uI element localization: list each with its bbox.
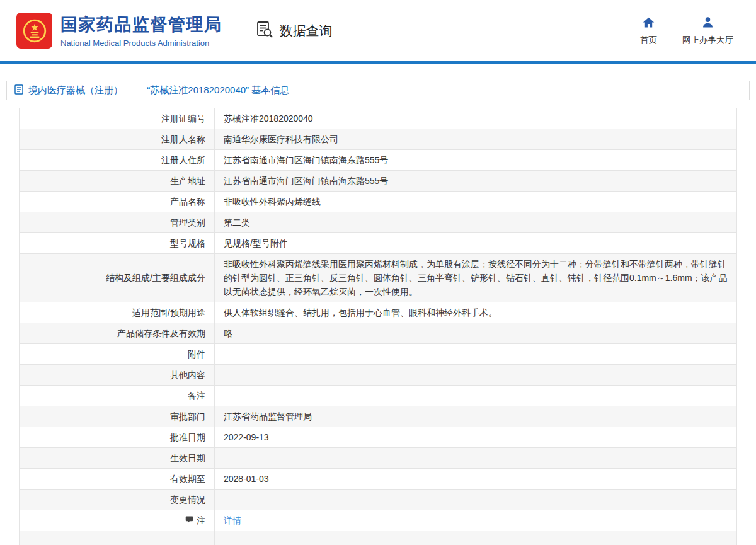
row-label: 型号规格 bbox=[170, 237, 205, 250]
row-label-cell: 适用范围/预期用途 bbox=[20, 302, 215, 323]
row-value: 江苏省南通市海门区海门镇南海东路555号 bbox=[224, 174, 388, 188]
row-label: 注册证编号 bbox=[161, 112, 205, 125]
row-label-cell: 批准日期 bbox=[20, 427, 215, 447]
brand-text: 国家药品监督管理局 National Medical Products Admi… bbox=[60, 13, 222, 48]
row-label-cell: 生效日期 bbox=[20, 448, 215, 468]
row-label-cell: 注 bbox=[20, 510, 215, 531]
row-value-cell: 苏械注准20182020040 bbox=[215, 108, 736, 129]
row-value-cell: 供人体软组织缝合、结扎用，包括用于心血管、眼科和神经外科手术。 bbox=[215, 302, 736, 323]
row-value-cell: 详情 bbox=[215, 510, 736, 531]
row-label-cell: 变更情况 bbox=[20, 490, 215, 510]
table-row: 产品名称 非吸收性外科聚丙烯缝线 bbox=[20, 192, 736, 212]
row-label-cell: 型号规格 bbox=[20, 233, 215, 253]
table-row bbox=[20, 531, 736, 545]
row-value-cell: 江苏省南通市海门区海门镇南海东路555号 bbox=[215, 171, 736, 191]
nav-home-label: 首页 bbox=[640, 35, 657, 46]
row-value-cell bbox=[215, 344, 736, 364]
brand[interactable]: 国家药品监督管理局 National Medical Products Admi… bbox=[16, 13, 222, 49]
main-content: 境内医疗器械（注册） —— “苏械注准20182020040” 基本信息 注册证… bbox=[0, 64, 756, 545]
row-value: 略 bbox=[224, 326, 232, 340]
row-label-cell: 审批部门 bbox=[20, 406, 215, 427]
table-row: 审批部门 江苏省药品监督管理局 bbox=[20, 406, 736, 427]
breadcrumb-text: 境内医疗器械（注册） —— “苏械注准20182020040” 基本信息 bbox=[28, 84, 289, 96]
top-nav: 首页 网上办事大厅 bbox=[640, 16, 740, 46]
row-label-cell: 附件 bbox=[20, 344, 215, 364]
row-label: 产品名称 bbox=[170, 195, 205, 209]
row-value-cell: 见规格/型号附件 bbox=[215, 233, 736, 253]
row-label: 注册人住所 bbox=[161, 154, 205, 167]
row-value-cell: 江苏省南通市海门区海门镇南海东路555号 bbox=[215, 150, 736, 170]
table-row: 生产地址 江苏省南通市海门区海门镇南海东路555号 bbox=[20, 171, 736, 192]
document-icon bbox=[14, 84, 23, 97]
row-label-cell: 产品储存条件及有效期 bbox=[20, 323, 215, 343]
table-row: 管理类别 第二类 bbox=[20, 212, 736, 233]
table-row: 型号规格 见规格/型号附件 bbox=[20, 233, 736, 254]
row-label-cell: 备注 bbox=[20, 386, 215, 406]
row-value: 第二类 bbox=[224, 215, 250, 229]
row-label-cell: 管理类别 bbox=[20, 212, 215, 232]
row-value-cell: 略 bbox=[215, 323, 736, 343]
row-value-cell bbox=[215, 365, 736, 385]
row-value: 江苏省药品监督管理局 bbox=[224, 410, 312, 423]
row-value-cell bbox=[215, 531, 736, 545]
table-row: 注册证编号 苏械注准20182020040 bbox=[20, 108, 736, 129]
table-row: 产品储存条件及有效期 略 bbox=[20, 323, 736, 344]
national-emblem-icon bbox=[16, 13, 52, 49]
row-value-cell: 南通华尔康医疗科技有限公司 bbox=[215, 129, 736, 149]
table-row: 注册人住所 江苏省南通市海门区海门镇南海东路555号 bbox=[20, 150, 736, 171]
org-name-cn: 国家药品监督管理局 bbox=[60, 13, 222, 36]
row-value-cell bbox=[215, 490, 736, 510]
org-name-en: National Medical Products Administration bbox=[60, 38, 222, 48]
row-label-cell: 其他内容 bbox=[20, 365, 215, 385]
table-row: 注 详情 bbox=[20, 510, 736, 531]
row-label: 生产地址 bbox=[170, 175, 205, 188]
row-label: 审批部门 bbox=[170, 410, 205, 423]
table-row: 结构及组成/主要组成成分 非吸收性外科聚丙烯缝线采用医用聚丙烯材料制成，为单股有… bbox=[20, 254, 736, 302]
row-value: 非吸收性外科聚丙烯缝线采用医用聚丙烯材料制成，为单股有涂层；按线径不同分为十二种… bbox=[224, 257, 728, 299]
row-value-cell bbox=[215, 448, 736, 468]
row-label: 注 bbox=[197, 514, 205, 527]
row-value: 供人体软组织缝合、结扎用，包括用于心血管、眼科和神经外科手术。 bbox=[224, 306, 497, 319]
detail-link[interactable]: 详情 bbox=[224, 513, 241, 527]
row-label: 注册人名称 bbox=[161, 133, 205, 146]
row-value-cell: 江苏省药品监督管理局 bbox=[215, 406, 736, 427]
table-row: 变更情况 bbox=[20, 490, 736, 510]
row-value-cell: 非吸收性外科聚丙烯缝线 bbox=[215, 192, 736, 212]
data-query-section: 数据查询 bbox=[255, 20, 333, 42]
row-label-cell bbox=[20, 531, 215, 545]
row-value: 非吸收性外科聚丙烯缝线 bbox=[224, 195, 321, 209]
row-label: 适用范围/预期用途 bbox=[132, 306, 205, 319]
row-label: 附件 bbox=[188, 348, 205, 361]
site-header: 国家药品监督管理局 National Medical Products Admi… bbox=[0, 0, 756, 61]
row-label: 变更情况 bbox=[170, 493, 205, 507]
table-row: 批准日期 2022-09-13 bbox=[20, 427, 736, 448]
nav-service-hall-label: 网上办事大厅 bbox=[682, 35, 733, 46]
row-label: 其他内容 bbox=[170, 369, 205, 382]
row-label-cell: 注册人名称 bbox=[20, 129, 215, 149]
row-label: 管理类别 bbox=[170, 216, 205, 229]
nav-home[interactable]: 首页 bbox=[640, 16, 657, 46]
data-query-icon bbox=[255, 20, 274, 42]
row-value-cell: 2022-09-13 bbox=[215, 427, 736, 447]
row-label-cell: 有效期至 bbox=[20, 469, 215, 489]
row-label: 结构及组成/主要组成成分 bbox=[106, 272, 205, 285]
table-row: 有效期至 2028-01-03 bbox=[20, 469, 736, 490]
row-label-cell: 结构及组成/主要组成成分 bbox=[20, 254, 215, 302]
row-value: 见规格/型号附件 bbox=[224, 236, 288, 250]
table-row: 适用范围/预期用途 供人体软组织缝合、结扎用，包括用于心血管、眼科和神经外科手术… bbox=[20, 302, 736, 323]
row-value: 2022-09-13 bbox=[224, 430, 269, 444]
person-icon bbox=[701, 16, 714, 32]
row-label: 有效期至 bbox=[170, 473, 205, 486]
table-row: 其他内容 bbox=[20, 365, 736, 386]
comment-icon bbox=[185, 514, 193, 527]
row-label-cell: 注册证编号 bbox=[20, 108, 215, 129]
row-label-cell: 产品名称 bbox=[20, 192, 215, 212]
page: 国家药品监督管理局 National Medical Products Admi… bbox=[0, 0, 756, 545]
row-value: 2028-01-03 bbox=[224, 472, 269, 486]
row-label: 生效日期 bbox=[170, 452, 205, 465]
table-row: 备注 bbox=[20, 386, 736, 406]
nav-service-hall[interactable]: 网上办事大厅 bbox=[682, 16, 733, 46]
table-row: 注册人名称 南通华尔康医疗科技有限公司 bbox=[20, 129, 736, 150]
row-value: 苏械注准20182020040 bbox=[224, 112, 313, 125]
row-label-cell: 注册人住所 bbox=[20, 150, 215, 170]
